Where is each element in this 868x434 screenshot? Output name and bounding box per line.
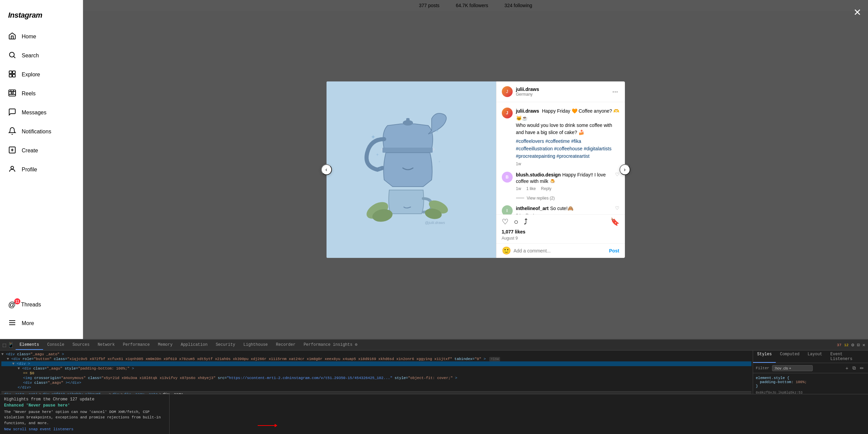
sidebar-item-create[interactable]: Create xyxy=(4,142,79,159)
sidebar-item-explore[interactable]: Explore xyxy=(4,66,79,83)
devtools-tab-performance[interactable]: Performance xyxy=(119,340,154,350)
html-line[interactable]: </div> xyxy=(1,385,751,390)
enhanced-description: The 'Never pause here' option can now 'c… xyxy=(4,409,165,426)
devtools-styles-content: element.style { padding-bottom: 100%; } … xyxy=(753,373,868,394)
emoji-picker-button[interactable]: 🙂 xyxy=(502,246,511,255)
save-button[interactable]: 🔖 xyxy=(610,218,619,226)
sidebar-item-messages[interactable]: Messages xyxy=(4,104,79,121)
home-icon xyxy=(8,32,16,41)
devtools-html-tree: ▼ <div class="_aagu _aato" > ▼ <div role… xyxy=(0,351,753,394)
sidebar-item-notifications[interactable]: Notifications xyxy=(4,123,79,140)
post-image-side: ✦ ✦ ✦ + + xyxy=(327,81,496,258)
enhanced-title: Enhanced 'Never pause here' xyxy=(4,403,165,408)
html-line[interactable]: ▼ <div class="_aagu _aato" > xyxy=(1,352,751,357)
sidebar-item-home[interactable]: Home xyxy=(4,28,79,45)
devtools-tab-sources[interactable]: Sources xyxy=(68,340,94,350)
comment-reply-button-1[interactable]: Reply xyxy=(526,213,536,214)
sidebar-item-more[interactable]: More xyxy=(4,315,79,332)
sidebar-item-label-home: Home xyxy=(22,34,36,40)
html-line[interactable]: ▼ <div role="button" class="x1qjc9v5 x97… xyxy=(1,357,751,361)
html-line-selected[interactable]: ▼ <div > xyxy=(1,361,751,366)
svg-text:✦: ✦ xyxy=(435,128,439,133)
devtools-tab-performance-insights[interactable]: Performance insights ⚙ xyxy=(299,340,361,350)
devtools-tab-security[interactable]: Security xyxy=(212,340,239,350)
post-author-location: Germany xyxy=(516,92,611,97)
svg-line-1 xyxy=(14,57,15,58)
sidebar-item-search[interactable]: Search xyxy=(4,47,79,64)
caption-username: julii.draws xyxy=(516,108,539,114)
add-style-icon[interactable]: + xyxy=(844,364,850,372)
sidebar-item-label-messages: Messages xyxy=(22,110,46,116)
devtools-styles-tabs: Styles Computed Layout Event Listeners xyxy=(753,351,868,363)
devtools-close-icon[interactable]: ✕ xyxy=(863,342,865,348)
post-header-info: julii.draws Germany xyxy=(516,87,611,97)
devtools-styles-tab-styles[interactable]: Styles xyxy=(753,351,776,363)
view-replies-0[interactable]: View replies (2) xyxy=(516,196,619,201)
devtools-device-icon[interactable]: 📱 xyxy=(7,342,14,348)
post-header-more-button[interactable]: ··· xyxy=(611,86,619,97)
devtools-styles-tab-event-listeners[interactable]: Event Listeners xyxy=(826,351,868,363)
svg-text:✦: ✦ xyxy=(371,134,376,140)
post-modal-overlay[interactable]: ✕ ‹ › xyxy=(83,0,868,339)
post-comments[interactable]: J julii.draws Happy Friday 🧡 Coffee anyo… xyxy=(496,102,625,214)
sidebar-item-profile[interactable]: Profile xyxy=(4,161,79,178)
html-line[interactable]: <div class="_aagv" ></div> xyxy=(1,380,751,385)
devtools-styles-tab-layout[interactable]: Layout xyxy=(804,351,826,363)
post-likes: 1,077 likes xyxy=(502,229,619,234)
sidebar-item-reels[interactable]: Reels xyxy=(4,85,79,102)
sidebar-item-threads[interactable]: 11 @ Threads xyxy=(4,296,79,313)
post-modal-wrapper: ‹ › xyxy=(327,81,625,258)
main-area: Instagram Home Search Explore xyxy=(0,0,868,339)
post-next-button[interactable]: › xyxy=(619,164,630,175)
devtools-tab-lighthouse[interactable]: Lighthouse xyxy=(239,340,272,350)
devtools-tab-network[interactable]: Network xyxy=(94,340,119,350)
post-add-comment: 🙂 Post xyxy=(496,243,625,258)
devtools-warning-count: 12 xyxy=(844,343,848,347)
devtools-settings-icon[interactable]: ⚙ xyxy=(851,342,854,348)
instagram-logo[interactable]: Instagram xyxy=(4,5,79,28)
copy-style-icon[interactable]: ⧉ xyxy=(851,364,857,372)
new-style-rule-icon[interactable]: ✏ xyxy=(859,364,865,372)
html-line[interactable]: ▼ <div class="_aagu" style="padding-bott… xyxy=(1,366,751,371)
devtools-inspect-icon[interactable]: ⬚ xyxy=(3,342,6,348)
devtools-toolbar: ⬚ 📱 Elements Console Sources Network Per… xyxy=(0,340,868,351)
post-prev-button[interactable]: ‹ xyxy=(321,164,332,175)
devtools-styles-panel: Styles Computed Layout Event Listeners F… xyxy=(753,351,868,394)
html-line[interactable]: == $0 xyxy=(1,371,751,376)
like-button[interactable]: ♡ xyxy=(502,218,509,226)
new-scroll-link[interactable]: New scroll snap event listeners xyxy=(4,427,74,431)
devtools-focus-icon[interactable]: ⊡ xyxy=(857,342,860,348)
comment-like-icon-1[interactable]: ♡ xyxy=(615,205,619,214)
devtools-breadcrumb: div._aatg._aati > div.x9f619.xjbqb8w.x78… xyxy=(1,391,751,394)
profile-icon xyxy=(8,165,16,174)
devtools-tab-elements[interactable]: Elements xyxy=(16,340,43,350)
post-comment-button[interactable]: Post xyxy=(609,248,619,253)
share-button[interactable]: ⤴ xyxy=(524,218,528,226)
post-author-username: julii.draws xyxy=(516,87,611,92)
sidebar-item-label-profile: Profile xyxy=(22,167,37,173)
comment-like-icon-0[interactable]: ♡ xyxy=(615,172,619,191)
devtools-tab-recorder[interactable]: Recorder xyxy=(272,340,300,350)
devtools-styles-tab-computed[interactable]: Computed xyxy=(776,351,804,363)
devtools-filter-bar: Filter + ⧉ ✏ xyxy=(753,363,868,373)
messages-icon xyxy=(8,108,16,117)
comment-input[interactable] xyxy=(514,248,609,253)
css-rule-element-style: element.style { padding-bottom: 100%; } xyxy=(756,376,865,388)
comment-reply-button-0[interactable]: Reply xyxy=(541,186,552,191)
filter-icons: + ⧉ ✏ xyxy=(844,364,865,372)
post-header: J julii.draws Germany ··· xyxy=(496,81,625,102)
comment-time-0: 1w xyxy=(516,186,521,191)
comment-text-1: So cute!🙈 xyxy=(550,206,573,211)
style-filter-input[interactable] xyxy=(772,365,813,371)
threads-badge: 11 xyxy=(14,298,20,304)
devtools-tab-memory[interactable]: Memory xyxy=(154,340,177,350)
content-area: 377 posts 64.7K followers 324 following … xyxy=(83,0,868,339)
comment-button[interactable]: ○ xyxy=(514,218,518,226)
sidebar-item-label-explore: Explore xyxy=(22,72,40,78)
devtools-tab-application[interactable]: Application xyxy=(177,340,212,350)
close-modal-button[interactable]: ✕ xyxy=(853,7,861,18)
html-line[interactable]: <img crossorigin="anonymous" class="x5yr… xyxy=(1,376,751,380)
create-icon xyxy=(8,146,16,155)
explore-icon xyxy=(8,70,16,79)
devtools-tab-console[interactable]: Console xyxy=(43,340,68,350)
